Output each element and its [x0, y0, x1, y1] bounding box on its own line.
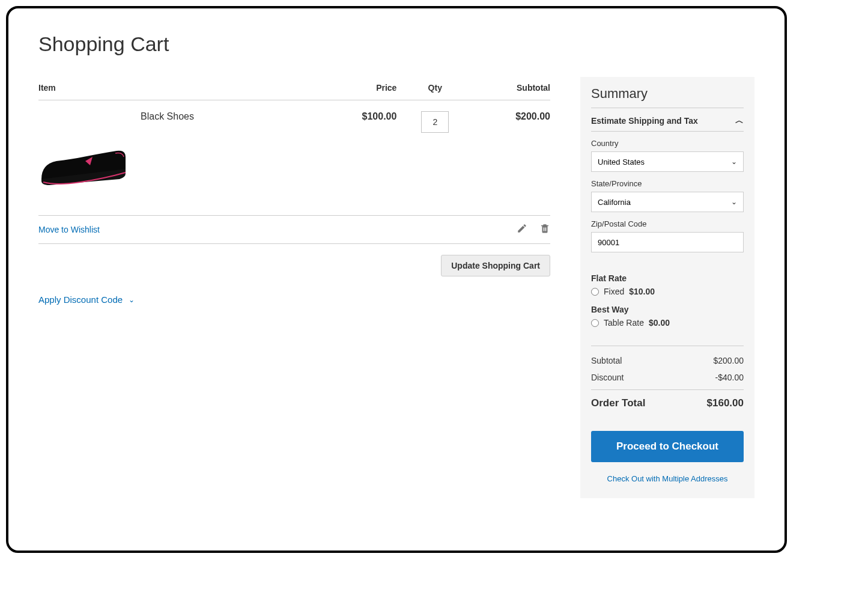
best-way-radio[interactable] [591, 319, 599, 327]
cart-item-row: Black Shoes $100 [38, 100, 550, 192]
best-way-option-label: Table Rate [604, 318, 644, 328]
move-to-wishlist-link[interactable]: Move to Wishlist [38, 225, 100, 234]
item-subtotal: $200.00 [473, 100, 550, 192]
apply-discount-toggle[interactable]: Apply Discount Code ⌄ [38, 294, 135, 305]
layout: Item Price Qty Subtotal Black Shoes [38, 77, 754, 498]
cart-column: Item Price Qty Subtotal Black Shoes [38, 77, 550, 305]
zip-label: Zip/Postal Code [591, 219, 744, 228]
best-way-cost: $0.00 [649, 318, 670, 328]
state-label: State/Province [591, 179, 744, 188]
pencil-icon [517, 223, 527, 234]
col-header-price: Price [320, 77, 397, 100]
zip-input[interactable] [591, 232, 744, 252]
item-actions-row: Move to Wishlist [38, 215, 550, 244]
flat-rate-radio[interactable] [591, 288, 599, 296]
apply-discount-label: Apply Discount Code [38, 294, 123, 305]
flat-rate-option[interactable]: Fixed $10.00 [591, 287, 744, 296]
col-header-item: Item [38, 77, 320, 100]
state-select[interactable]: California ⌄ [591, 192, 744, 212]
best-way-title: Best Way [591, 305, 744, 314]
remove-item-button[interactable] [539, 223, 550, 236]
estimate-shipping-toggle[interactable]: Estimate Shipping and Tax ︿ [591, 108, 744, 132]
zip-field: Zip/Postal Code [591, 219, 744, 252]
update-row: Update Shopping Cart [38, 255, 550, 276]
country-value: United States [598, 157, 645, 166]
subtotal-label: Subtotal [591, 356, 622, 365]
country-select[interactable]: United States ⌄ [591, 151, 744, 172]
trash-icon [539, 223, 550, 234]
shipping-methods: Flat Rate Fixed $10.00 Best Way Table Ra… [591, 273, 744, 328]
flat-rate-cost: $10.00 [629, 287, 655, 296]
chevron-up-icon: ︿ [735, 115, 744, 126]
estimate-shipping-label: Estimate Shipping and Tax [591, 116, 698, 126]
discount-row: Discount -$40.00 [591, 369, 744, 386]
col-header-subtotal: Subtotal [473, 77, 550, 100]
flat-rate-group: Flat Rate Fixed $10.00 [591, 273, 744, 296]
country-label: Country [591, 139, 744, 148]
best-way-group: Best Way Table Rate $0.00 [591, 305, 744, 328]
item-name: Black Shoes [38, 111, 320, 122]
item-price: $100.00 [320, 100, 397, 192]
best-way-option[interactable]: Table Rate $0.00 [591, 318, 744, 328]
discount-value: -$40.00 [715, 373, 744, 382]
order-total-row: Order Total $160.00 [591, 389, 744, 413]
checkout-multiple-addresses-link[interactable]: Check Out with Multiple Addresses [591, 474, 744, 483]
shoe-icon [38, 140, 129, 191]
proceed-to-checkout-button[interactable]: Proceed to Checkout [591, 431, 744, 462]
update-cart-button[interactable]: Update Shopping Cart [441, 255, 550, 276]
summary-panel: Summary Estimate Shipping and Tax ︿ Coun… [580, 77, 754, 498]
order-total-value: $160.00 [707, 397, 744, 409]
chevron-down-icon: ⌄ [129, 296, 135, 304]
subtotal-value: $200.00 [713, 356, 744, 365]
discount-label: Discount [591, 373, 624, 382]
subtotal-row: Subtotal $200.00 [591, 352, 744, 369]
state-field: State/Province California ⌄ [591, 179, 744, 212]
chevron-down-icon: ⌄ [731, 157, 737, 166]
order-total-label: Order Total [591, 397, 645, 409]
flat-rate-title: Flat Rate [591, 273, 744, 283]
cart-table: Item Price Qty Subtotal Black Shoes [38, 77, 550, 191]
totals-block: Subtotal $200.00 Discount -$40.00 Order … [591, 346, 744, 413]
item-image [38, 140, 129, 191]
state-value: California [598, 198, 631, 207]
country-field: Country United States ⌄ [591, 139, 744, 172]
page-frame: Shopping Cart Item Price Qty Subtotal Bl… [6, 6, 787, 553]
flat-rate-option-label: Fixed [604, 287, 624, 296]
page-title: Shopping Cart [38, 32, 754, 56]
col-header-qty: Qty [396, 77, 473, 100]
summary-title: Summary [591, 86, 744, 108]
item-qty-input[interactable] [421, 111, 449, 133]
edit-item-button[interactable] [517, 223, 527, 236]
item-actions [517, 223, 550, 236]
chevron-down-icon: ⌄ [731, 198, 737, 206]
